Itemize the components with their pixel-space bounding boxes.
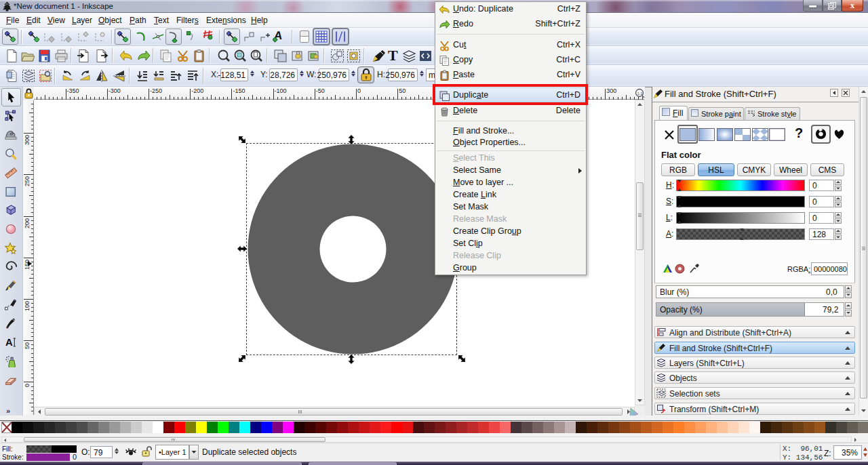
svg-text:1:1: 1:1 [637, 92, 644, 96]
svg-text:A: A [5, 337, 13, 348]
